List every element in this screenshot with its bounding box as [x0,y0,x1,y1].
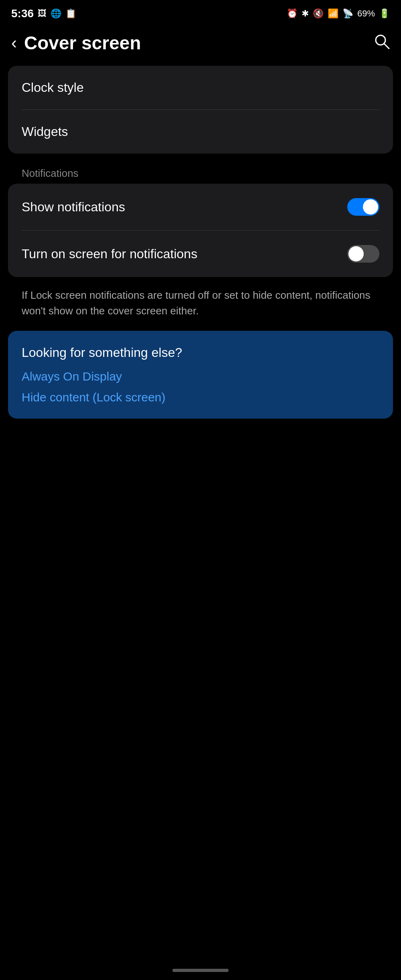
signal-icon: 📡 [342,8,353,19]
turn-on-screen-knob [348,246,364,261]
show-notifications-toggle[interactable] [347,198,379,216]
show-notifications-item[interactable]: Show notifications [8,184,393,230]
mute-icon: 🔇 [313,8,324,19]
globe-icon: 🌐 [51,8,61,19]
settings-card-1: Clock style Widgets [8,66,393,154]
turn-on-screen-toggle[interactable] [347,245,379,263]
clipboard-icon: 📋 [65,8,76,19]
clock-style-label: Clock style [22,80,84,95]
suggestion-title: Looking for something else? [22,345,379,360]
back-button[interactable]: ‹ [11,34,17,51]
hide-content-link[interactable]: Hide content (Lock screen) [22,391,379,404]
show-notifications-knob [363,199,378,215]
notifications-section-label: Notifications [8,160,393,184]
status-bar: 5:36 🖼 🌐 📋 ⏰ ✱ 🔇 📶 📡 69% 🔋 [0,0,401,24]
page-title: Cover screen [24,32,141,54]
widgets-item[interactable]: Widgets [8,110,393,154]
header-left: ‹ Cover screen [11,32,141,54]
info-text: If Lock screen notifications are turned … [8,283,393,331]
image-icon: 🖼 [38,8,47,19]
turn-on-screen-label: Turn on screen for notifications [22,247,197,261]
clock-style-item[interactable]: Clock style [8,66,393,109]
show-notifications-label: Show notifications [22,200,125,215]
wifi-icon: 📶 [328,8,338,19]
svg-line-1 [384,44,389,49]
always-on-display-link[interactable]: Always On Display [22,370,379,383]
battery-text: 69% [357,8,375,19]
content: Clock style Widgets Notifications Show n… [0,66,401,419]
search-button[interactable] [374,33,390,53]
alarm-icon: ⏰ [287,8,298,19]
bluetooth-icon: ✱ [302,8,309,19]
status-left: 5:36 🖼 🌐 📋 [11,7,76,20]
suggestion-card: Looking for something else? Always On Di… [8,331,393,419]
header: ‹ Cover screen [0,24,401,66]
status-time: 5:36 [11,7,34,20]
status-right: ⏰ ✱ 🔇 📶 📡 69% 🔋 [287,8,390,19]
turn-on-screen-item[interactable]: Turn on screen for notifications [8,231,393,277]
notifications-card: Show notifications Turn on screen for no… [8,184,393,277]
battery-icon: 🔋 [379,8,390,19]
bottom-navigation-bar [172,969,229,972]
widgets-label: Widgets [22,124,68,139]
